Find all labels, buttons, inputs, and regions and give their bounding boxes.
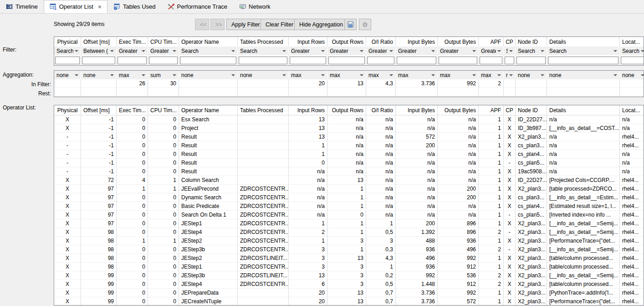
table-row[interactable]: X9700Basic PredicateZDRCOSTCENTR...n/a1n… [54, 202, 644, 211]
filter-operator-select[interactable]: Search [54, 47, 81, 55]
table-row[interactable]: X9700Dynamic SearchZDRCOSTCENTR...n/a1n/… [54, 193, 644, 202]
next-page-button[interactable]: >> [210, 19, 225, 30]
filter-input[interactable] [180, 57, 236, 64]
tab-performance-trace[interactable]: Performance Trace [162, 0, 234, 13]
table-row[interactable]: X9900JEStep3bZDRCOSTLINEIT...1330,299253… [54, 271, 644, 280]
column-header[interactable]: Exec Tim... [117, 105, 148, 115]
filter-operator-select[interactable]: Between ( [81, 47, 117, 55]
table-row[interactable]: X9900JECreateNTuple20130,73.7365721XX2_p… [54, 297, 644, 306]
filter-operator-select[interactable]: Greater [438, 47, 479, 55]
filter-input[interactable] [290, 57, 326, 64]
table-row[interactable]: X-100Esx Search13n/an/an/an/a1XID_22D27.… [54, 115, 644, 124]
filter-operator-select[interactable]: Search [620, 47, 644, 55]
column-header[interactable]: Operator Name [179, 105, 238, 115]
column-header[interactable]: Tables Processed [238, 105, 289, 115]
aggregation-operator-select[interactable]: none [504, 71, 516, 79]
column-header[interactable]: Details [547, 105, 620, 115]
table-row[interactable]: --100Resultn/an/an/an/an/a1X19ac5908...n… [54, 167, 644, 176]
settings-button[interactable]: ⚙ [359, 19, 371, 30]
aggregation-operator-select[interactable]: max [289, 71, 327, 79]
aggregation-operator-select[interactable]: max [396, 71, 438, 79]
filter-input[interactable] [621, 57, 644, 64]
table-row[interactable]: X9811JEStep2ZDRCOSTCENTR...1334889361XX2… [54, 237, 644, 245]
prev-page-button[interactable]: << [195, 19, 209, 30]
filter-input[interactable] [367, 57, 394, 64]
aggregation-operator-select[interactable]: none [547, 71, 620, 79]
table-row[interactable]: --100Result1n/an/an/an/a1Xcs_plan4...n/a… [54, 150, 644, 159]
aggregation-operator-select[interactable]: max [327, 71, 366, 79]
filter-operator-select[interactable]: Search [179, 47, 238, 55]
aggregation-operator-select[interactable]: max [438, 71, 479, 79]
close-tab-icon[interactable]: × [98, 4, 102, 10]
filter-input[interactable] [439, 57, 477, 64]
filter-input[interactable] [505, 57, 514, 64]
column-header[interactable]: Output Bytes [438, 105, 479, 115]
column-header[interactable]: Input Bytes [396, 105, 438, 115]
aggregation-operator-select[interactable]: none [81, 71, 117, 79]
filter-input[interactable] [149, 57, 178, 64]
table-row[interactable]: X9700JEStep1ZDRCOSTCENTR...1112008961XX2… [54, 219, 644, 228]
table-row[interactable]: --100Result1n/an/a200n/a1Xcs_plan3...n/a… [54, 141, 644, 150]
clear-filter-button[interactable]: Clear Filter [261, 19, 298, 30]
column-header[interactable]: Output Rows [327, 105, 366, 115]
table-row[interactable]: X9800JEStep4ZDRCOSTCENTR...210,51.392896… [54, 228, 644, 237]
table-row[interactable]: X9800JEStep1ZDRCOSTCENTR...3319369121XX2… [54, 263, 644, 271]
filter-operator-select[interactable]: Greater [366, 47, 396, 55]
column-header[interactable]: O/I Ratio [366, 105, 396, 115]
hide-aggregation-button[interactable]: Hide Aggregation [294, 19, 348, 30]
aggregation-operator-select[interactable]: sum [148, 71, 179, 79]
filter-input[interactable] [239, 57, 287, 64]
apply-filter-button[interactable]: Apply Filter [226, 19, 265, 30]
aggregation-operator-select[interactable]: max [117, 71, 148, 79]
filter-operator-select[interactable]: Search [547, 47, 620, 55]
column-header[interactable]: CPU Tim... [148, 105, 179, 115]
tab-operator-list[interactable]: Operator List× [44, 0, 107, 13]
filter-operator-select[interactable]: Greater [327, 47, 366, 55]
filter-operator-select[interactable]: Search [516, 47, 547, 55]
column-header[interactable]: Offset [ms] [81, 105, 117, 115]
column-header[interactable]: Physical [54, 105, 81, 115]
cell: X [504, 202, 516, 211]
table-row[interactable]: X9900JEStep4ZDRCOSTCENTR...630,51.448912… [54, 280, 644, 289]
filter-operator-select[interactable]: Greater [289, 47, 327, 55]
table-row[interactable]: X-100Project13n/an/an/an/a1XID_3b987...[… [54, 124, 644, 133]
filter-input[interactable] [516, 57, 546, 64]
aggregation-operator-select[interactable]: none [516, 71, 547, 79]
table-row[interactable]: X9800JEStep3bZDRCOSTCENTR...310,39364962… [54, 245, 644, 254]
column-header[interactable]: Input Rows [289, 105, 327, 115]
filter-input[interactable] [480, 57, 502, 64]
filter-input[interactable] [328, 57, 365, 64]
filter-input[interactable] [55, 57, 80, 64]
table-row[interactable]: --100Result13n/an/a572n/a1XX2_plan3...n/… [54, 133, 644, 141]
filter-operator-select[interactable]: Greater [148, 47, 179, 55]
aggregation-operator-select[interactable]: none [54, 71, 81, 79]
table-row[interactable]: X9711JEEvalPrecondZDRCOSTCENTR...n/a1n/a… [54, 185, 644, 193]
table-row[interactable]: --100Result0n/an/an/an/a1-cs_plan5...n/a… [54, 159, 644, 167]
aggregation-operator-select[interactable]: none [238, 71, 289, 79]
aggregation-operator-select[interactable]: max [366, 71, 396, 79]
filter-input[interactable] [397, 57, 436, 64]
column-header[interactable]: CP [504, 105, 516, 115]
column-header[interactable]: APF [479, 105, 504, 115]
tab-network[interactable]: Network [233, 0, 276, 13]
aggregation-operator-select[interactable]: none [620, 71, 644, 79]
table-row[interactable]: X9800JEStep2ZDRCOSTLINEIT...3134,3496992… [54, 254, 644, 263]
tab-timeline[interactable]: Timeline [0, 0, 44, 13]
filter-operator-select[interactable]: Search [504, 47, 516, 55]
filter-operator-select[interactable]: Greater [396, 47, 438, 55]
save-button[interactable] [344, 19, 357, 30]
tab-tables-used[interactable]: Tables Used [107, 0, 162, 13]
aggregation-operator-select[interactable]: max [479, 71, 504, 79]
table-row[interactable]: X9900JEPrepareData20130,73.7369921XX2_pl… [54, 289, 644, 297]
filter-operator-select[interactable]: Greater [479, 47, 504, 55]
column-header[interactable]: Locat... [620, 105, 644, 115]
filter-input[interactable] [118, 57, 147, 64]
filter-input[interactable] [82, 57, 115, 64]
filter-operator-select[interactable]: Greater [117, 47, 148, 55]
aggregation-operator-select[interactable]: none [179, 71, 238, 79]
filter-operator-select[interactable]: Search [238, 47, 289, 55]
table-row[interactable]: X9700Search On Delta 1ZDRCOSTCENTR...n/a… [54, 211, 644, 219]
table-row[interactable]: X7241Column Searchn/a13n/an/an/a1XID_22D… [54, 176, 644, 185]
filter-input[interactable] [548, 57, 618, 64]
column-header[interactable]: Node ID [516, 105, 547, 115]
